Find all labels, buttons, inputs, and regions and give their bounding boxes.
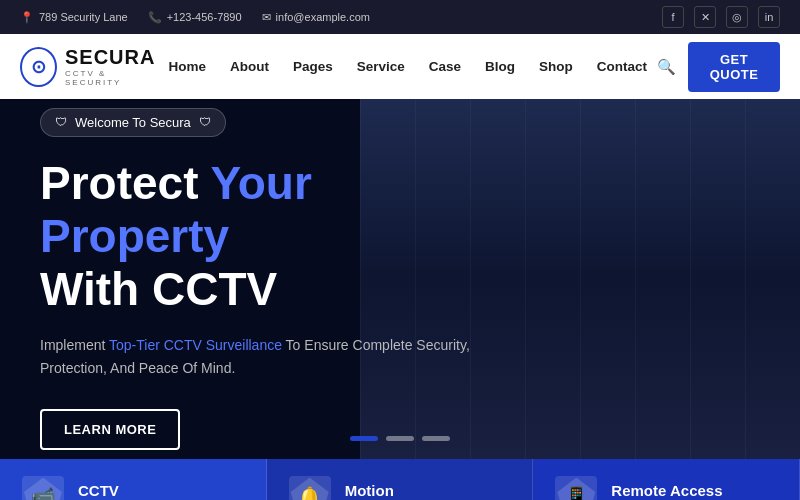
nav-links: Home About Pages Service Case Blog Shop … <box>158 51 657 82</box>
nav-home[interactable]: Home <box>158 51 216 82</box>
nav-about[interactable]: About <box>220 51 279 82</box>
nav-pages[interactable]: Pages <box>283 51 343 82</box>
nav-shop[interactable]: Shop <box>529 51 583 82</box>
bottom-cards: 📹 CCTV Surveillance 🔔 Motion Detection 📱… <box>0 459 800 500</box>
card-remote-text: Remote Access Monitoring <box>611 482 722 501</box>
nav-contact[interactable]: Contact <box>587 51 657 82</box>
navbar: ⊙ SECURA CCTV & SECURITY Home About Page… <box>0 34 800 99</box>
blind-8 <box>745 99 800 459</box>
remote-pentagon: 📱 <box>557 478 595 501</box>
logo-text: SECURA CCTV & SECURITY <box>65 46 158 87</box>
logo-sub: CCTV & SECURITY <box>65 69 158 87</box>
card-motion[interactable]: 🔔 Motion Detection <box>267 459 534 500</box>
hero-title: Protect Your Property With CCTV <box>40 157 480 316</box>
desc-part1: Implement <box>40 337 109 353</box>
phone-icon: 📞 <box>148 11 162 24</box>
cctv-pentagon: 📹 <box>24 478 62 501</box>
social-links: f ✕ ◎ in <box>662 6 780 28</box>
motion-icon: 🔔 <box>297 485 322 501</box>
phone-text: +123-456-7890 <box>167 11 242 23</box>
logo-icon: ⊙ <box>20 47 57 87</box>
card-cctv-title: CCTV <box>78 482 132 499</box>
top-bar-left: 📍 789 Security Lane 📞 +123-456-7890 ✉ in… <box>20 11 370 24</box>
logo[interactable]: ⊙ SECURA CCTV & SECURITY <box>20 46 158 87</box>
cctv-icon: 📹 <box>31 485 56 501</box>
motion-pentagon: 🔔 <box>291 478 329 501</box>
card-motion-title: Motion <box>345 482 394 499</box>
welcome-text: Welcome To Secura <box>75 115 191 130</box>
blind-4 <box>525 99 580 459</box>
card-remote-icon-wrap: 📱 <box>555 476 597 501</box>
shield-right-icon: 🛡 <box>199 115 211 129</box>
card-cctv[interactable]: 📹 CCTV Surveillance <box>0 459 267 500</box>
card-remote[interactable]: 📱 Remote Access Monitoring <box>533 459 800 500</box>
blind-5 <box>580 99 635 459</box>
logo-name: SECURA <box>65 46 158 69</box>
phone-item: 📞 +123-456-7890 <box>148 11 242 24</box>
nav-blog[interactable]: Blog <box>475 51 525 82</box>
top-bar: 📍 789 Security Lane 📞 +123-456-7890 ✉ in… <box>0 0 800 34</box>
card-cctv-text: CCTV Surveillance <box>78 482 132 501</box>
remote-icon: 📱 <box>564 485 589 501</box>
address-item: 📍 789 Security Lane <box>20 11 128 24</box>
hero-title-part2: With CCTV <box>40 263 277 315</box>
address-text: 789 Security Lane <box>39 11 128 23</box>
hero-description: Implement Top-Tier CCTV Surveillance To … <box>40 334 480 382</box>
email-icon: ✉ <box>262 11 271 24</box>
blind-6 <box>635 99 690 459</box>
get-quote-button[interactable]: GET QUOTE <box>688 42 780 92</box>
hero-content: 🛡 Welcome To Secura 🛡 Protect Your Prope… <box>0 108 520 450</box>
linkedin-icon[interactable]: in <box>758 6 780 28</box>
facebook-icon[interactable]: f <box>662 6 684 28</box>
nav-service[interactable]: Service <box>347 51 415 82</box>
card-motion-icon-wrap: 🔔 <box>289 476 331 501</box>
slider-dots <box>350 436 450 441</box>
card-cctv-icon-wrap: 📹 <box>22 476 64 501</box>
location-icon: 📍 <box>20 11 34 24</box>
instagram-icon[interactable]: ◎ <box>726 6 748 28</box>
email-item: ✉ info@example.com <box>262 11 370 24</box>
learn-more-button[interactable]: LEARN MORE <box>40 409 180 450</box>
hero-section: 🛡 Welcome To Secura 🛡 Protect Your Prope… <box>0 99 800 459</box>
twitter-icon[interactable]: ✕ <box>694 6 716 28</box>
dot-2[interactable] <box>386 436 414 441</box>
desc-accent: Top-Tier CCTV Surveillance <box>109 337 282 353</box>
card-remote-title: Remote Access <box>611 482 722 499</box>
blind-7 <box>690 99 745 459</box>
email-text: info@example.com <box>276 11 370 23</box>
dot-3[interactable] <box>422 436 450 441</box>
card-motion-text: Motion Detection <box>345 482 394 501</box>
hero-title-part1: Protect <box>40 157 210 209</box>
welcome-badge: 🛡 Welcome To Secura 🛡 <box>40 108 226 137</box>
dot-1[interactable] <box>350 436 378 441</box>
search-icon[interactable]: 🔍 <box>657 58 676 76</box>
shield-left-icon: 🛡 <box>55 115 67 129</box>
nav-case[interactable]: Case <box>419 51 471 82</box>
nav-actions: 🔍 GET QUOTE <box>657 42 780 92</box>
